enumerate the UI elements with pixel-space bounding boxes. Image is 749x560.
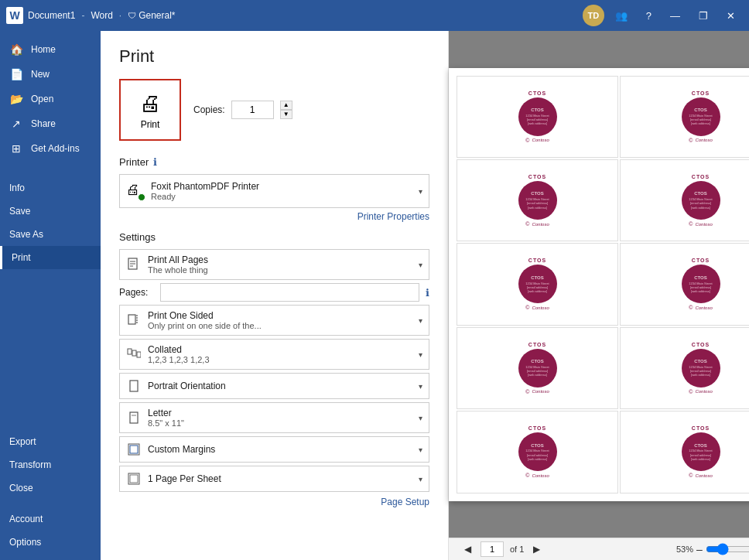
- copies-up-button[interactable]: ▲: [280, 101, 292, 110]
- margins-texts: Custom Margins: [148, 444, 412, 455]
- printer-select[interactable]: 🖨 Foxit PhantomPDF Printer Ready ▾: [119, 174, 429, 208]
- printer-name: Foxit PhantomPDF Printer: [151, 181, 412, 192]
- printer-properties-link[interactable]: Printer Properties: [119, 211, 429, 222]
- sidebar-item-info[interactable]: Info: [0, 176, 101, 200]
- share-icon: ↗: [9, 118, 23, 130]
- print-button[interactable]: 🖨 Print: [119, 79, 181, 141]
- word-logo: W: [6, 7, 23, 24]
- svg-rect-6: [128, 349, 132, 354]
- sidebar-item-new[interactable]: 📄 New: [0, 62, 101, 87]
- printer-icon: 🖨: [139, 90, 161, 116]
- sidebar-item-export[interactable]: Export: [0, 430, 101, 453]
- pages-input[interactable]: [160, 283, 419, 302]
- label-bottom: © Contoso: [525, 305, 549, 310]
- print-all-pages-texts: Print All Pages The whole thing: [148, 254, 412, 275]
- pages-row: Pages: ℹ: [119, 283, 429, 302]
- sidebar-item-print[interactable]: Print: [0, 246, 101, 269]
- sidebar-label-transform: Transform: [9, 459, 51, 470]
- pages-label: Pages:: [119, 287, 154, 298]
- user-avatar[interactable]: TD: [583, 5, 604, 26]
- sidebar-item-close[interactable]: Close: [0, 476, 101, 500]
- copies-down-button[interactable]: ▼: [280, 110, 292, 119]
- sidebar-item-open[interactable]: 📂 Open: [0, 87, 101, 111]
- sidebar-item-save[interactable]: Save: [0, 200, 101, 223]
- collated-arrow: ▾: [419, 350, 422, 359]
- copies-label: Copies:: [193, 104, 225, 115]
- sidebar-label-options: Options: [9, 537, 41, 548]
- sidebar-label-info: Info: [9, 183, 25, 193]
- label-circle: CTOS 1234 Main Street [email address] [w…: [682, 349, 720, 388]
- app-body: 🏠 Home 📄 New 📂 Open ↗ Share ⊞ Get Add-in…: [0, 31, 749, 560]
- pages-info-icon[interactable]: ℹ: [426, 287, 429, 299]
- label-cell: CTOS CTOS 1234 Main Street [email addres…: [620, 76, 749, 158]
- printer-ready-badge: [138, 193, 145, 201]
- printer-info: Foxit PhantomPDF Printer Ready: [151, 181, 412, 201]
- sidebar-item-options[interactable]: Options: [0, 531, 101, 554]
- printer-info-icon[interactable]: ℹ: [153, 156, 157, 168]
- label-bottom: © Contoso: [525, 221, 549, 227]
- label-bottom: © Contoso: [689, 305, 713, 310]
- title-sep2: ·: [119, 10, 121, 21]
- next-page-button[interactable]: ▶: [530, 542, 543, 556]
- letter-main: Letter: [148, 408, 412, 418]
- print-panel: Print 🖨 Print Copies: ▲ ▼ Printer ℹ: [101, 31, 449, 560]
- setting-custom-margins[interactable]: Custom Margins ▾: [119, 436, 429, 463]
- help-button[interactable]: ?: [638, 7, 659, 25]
- sidebar-item-save-as[interactable]: Save As: [0, 223, 101, 246]
- new-icon: 📄: [9, 68, 23, 80]
- print-all-pages-arrow: ▾: [419, 261, 422, 269]
- setting-print-all-pages[interactable]: Print All Pages The whole thing ▾: [119, 249, 429, 280]
- print-all-pages-main: Print All Pages: [148, 254, 412, 265]
- svg-rect-7: [132, 350, 136, 356]
- sidebar-item-transform[interactable]: Transform: [0, 453, 101, 476]
- sidebar-item-account[interactable]: Account: [0, 507, 101, 531]
- label-cell: CTOS CTOS 1234 Main Street [email addres…: [457, 243, 618, 325]
- setting-portrait[interactable]: Portrait Orientation ▾: [119, 373, 429, 399]
- print-btn-area: 🖨 Print Copies: ▲ ▼: [119, 79, 429, 141]
- restore-button[interactable]: ❐: [691, 7, 716, 25]
- minimize-button[interactable]: —: [662, 7, 688, 25]
- preview-center: CTOS CTOS 1234 Main Street [email addres…: [449, 31, 749, 538]
- sidebar-item-share[interactable]: ↗ Share: [0, 111, 101, 136]
- printer-dropdown-arrow: ▾: [419, 187, 422, 196]
- page-number-input[interactable]: [481, 541, 504, 557]
- sidebar-item-get-add-ins[interactable]: ⊞ Get Add-ins: [0, 136, 101, 161]
- label-circle: CTOS 1234 Main Street [email address] [w…: [682, 432, 720, 471]
- sidebar-item-home[interactable]: 🏠 Home: [0, 37, 101, 62]
- setting-page-per-sheet[interactable]: 1 Page Per Sheet ▾: [119, 466, 429, 492]
- collab-button[interactable]: 👥: [607, 7, 635, 25]
- one-sided-arrow: ▾: [419, 316, 422, 325]
- portrait-texts: Portrait Orientation: [148, 381, 412, 391]
- letter-sub: 8.5" x 11": [148, 418, 412, 428]
- sidebar-label-share: Share: [31, 118, 56, 129]
- label-top-text: CTOS: [528, 90, 546, 96]
- label-top-text: CTOS: [528, 258, 546, 263]
- close-window-button[interactable]: ✕: [719, 7, 743, 25]
- page-per-sheet-arrow: ▾: [419, 475, 422, 483]
- zoom-label: 53%: [676, 545, 693, 554]
- page-per-sheet-icon: [126, 471, 142, 487]
- zoom-out-button[interactable]: –: [696, 543, 703, 555]
- page-setup-link[interactable]: Page Setup: [119, 497, 429, 507]
- portrait-main: Portrait Orientation: [148, 381, 412, 391]
- setting-one-sided[interactable]: Print One Sided Only print on one side o…: [119, 305, 429, 336]
- svg-rect-4: [128, 315, 135, 324]
- zoom-slider[interactable]: [706, 543, 749, 555]
- copies-input[interactable]: [231, 101, 274, 119]
- printer-icon-badge: 🖨: [126, 182, 145, 200]
- add-ins-icon: ⊞: [9, 142, 23, 155]
- label-top-text: CTOS: [692, 90, 710, 96]
- label-circle: CTOS 1234 Main Street [email address] [w…: [518, 265, 557, 303]
- sidebar-label-save-as: Save As: [9, 229, 43, 240]
- margins-arrow: ▾: [419, 446, 422, 454]
- setting-letter[interactable]: Letter 8.5" x 11" ▾: [119, 402, 429, 433]
- profile-label: 🛡 General*: [128, 10, 175, 21]
- app-name: Word: [91, 10, 112, 21]
- sidebar-label-export: Export: [9, 436, 36, 447]
- portrait-arrow: ▾: [419, 382, 422, 391]
- one-sided-sub: Only print on one side of the...: [148, 321, 412, 330]
- letter-arrow: ▾: [419, 414, 422, 422]
- label-top-text: CTOS: [692, 258, 710, 263]
- prev-page-button[interactable]: ◀: [461, 542, 474, 556]
- setting-collated[interactable]: Collated 1,2,3 1,2,3 1,2,3 ▾: [119, 339, 429, 370]
